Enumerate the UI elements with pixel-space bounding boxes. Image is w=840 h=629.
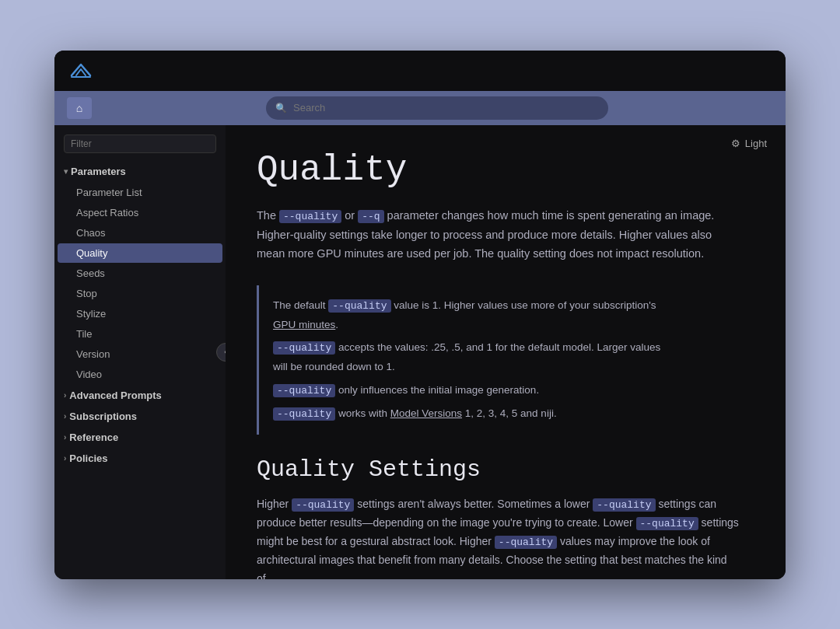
sidebar-item-stylize[interactable]: Stylize — [58, 304, 222, 323]
sidebar-item-version[interactable]: Version — [58, 344, 222, 364]
inline-code-quality: --quality — [279, 210, 341, 223]
page-title: Quality — [257, 150, 754, 190]
callout-code-1: --quality — [328, 299, 390, 313]
gear-icon: ⚙ — [731, 138, 740, 149]
sidebar: ▾ Parameters Parameter List Aspect Ratio… — [54, 125, 226, 579]
sidebar-section-label: Policies — [69, 453, 107, 464]
chevron-down-icon: ▾ — [64, 167, 68, 176]
settings-paragraph: Higher --quality settings aren't always … — [257, 495, 739, 578]
home-icon: ⌂ — [76, 102, 82, 114]
settings-code-2: --quality — [593, 498, 655, 512]
intro-text-the: The — [257, 209, 279, 222]
filter-input[interactable] — [64, 135, 216, 153]
settings-code-3: --quality — [636, 517, 698, 530]
settings-code-4: --quality — [495, 536, 557, 549]
callout-box: The default --quality value is 1. Higher… — [257, 285, 677, 435]
top-bar — [54, 51, 786, 91]
main-layout: ▾ Parameters Parameter List Aspect Ratio… — [54, 125, 786, 579]
sidebar-item-quality[interactable]: Quality — [58, 243, 222, 263]
search-input[interactable] — [293, 102, 599, 114]
callout-code-2: --quality — [273, 341, 335, 355]
chevron-right-icon: › — [64, 454, 66, 463]
app-window: ⌂ 🔍 ▾ Parameters Parameter List Aspect R… — [54, 51, 786, 579]
callout-line-2: --quality accepts the values: .25, .5, a… — [273, 338, 663, 376]
model-versions-link[interactable]: Model Versions — [390, 407, 462, 419]
sidebar-section-parameters[interactable]: ▾ Parameters — [54, 161, 226, 182]
callout-code-4: --quality — [273, 407, 335, 421]
chevron-right-icon: › — [64, 412, 66, 421]
sidebar-section-label: Reference — [69, 432, 118, 443]
logo — [67, 57, 95, 85]
callout-code-3: --quality — [273, 384, 335, 397]
search-bar: 🔍 — [266, 96, 608, 120]
inline-code-q: --q — [358, 210, 383, 223]
settings-section-title: Quality Settings — [257, 456, 754, 483]
sidebar-item-stop[interactable]: Stop — [58, 284, 222, 303]
theme-toggle-label: Light — [745, 138, 767, 149]
chevron-right-icon: › — [64, 391, 66, 400]
collapse-icon: ‹ — [224, 348, 226, 356]
sidebar-items-parameters: Parameter List Aspect Ratios Chaos Quali… — [54, 183, 226, 384]
sidebar-section-advanced-prompts[interactable]: › Advanced Prompts — [54, 385, 226, 406]
callout-line-4: --quality works with Model Versions 1, 2… — [273, 404, 663, 424]
sidebar-item-aspect-ratios[interactable]: Aspect Ratios — [58, 203, 222, 222]
sidebar-item-seeds[interactable]: Seeds — [58, 264, 222, 283]
sidebar-item-tile[interactable]: Tile — [58, 324, 222, 344]
callout-line-3: --quality only influences the initial im… — [273, 381, 663, 400]
gpu-minutes-link[interactable]: GPU minutes — [273, 319, 335, 330]
home-button[interactable]: ⌂ — [67, 97, 92, 119]
sidebar-section-reference[interactable]: › Reference — [54, 427, 226, 448]
intro-text-or: or — [341, 209, 358, 222]
settings-code-1: --quality — [292, 498, 354, 512]
intro-paragraph: The --quality or --q parameter changes h… — [257, 206, 739, 264]
search-icon: 🔍 — [275, 103, 287, 114]
sidebar-item-parameter-list[interactable]: Parameter List — [58, 183, 222, 202]
callout-line-1: The default --quality value is 1. Higher… — [273, 296, 663, 334]
sidebar-section-label: Advanced Prompts — [69, 390, 161, 401]
theme-toggle-button[interactable]: ⚙ Light — [731, 138, 767, 149]
sidebar-section-policies[interactable]: › Policies — [54, 448, 226, 469]
sidebar-section-label: Subscriptions — [69, 411, 137, 422]
nav-bar: ⌂ 🔍 — [54, 91, 786, 125]
content-area: ⚙ Light Quality The --quality or --q par… — [226, 125, 786, 579]
sidebar-section-label: Parameters — [71, 166, 126, 177]
sidebar-section-subscriptions[interactable]: › Subscriptions — [54, 406, 226, 427]
sidebar-item-video[interactable]: Video — [58, 365, 222, 384]
sidebar-item-chaos[interactable]: Chaos — [58, 223, 222, 243]
chevron-right-icon: › — [64, 433, 66, 442]
